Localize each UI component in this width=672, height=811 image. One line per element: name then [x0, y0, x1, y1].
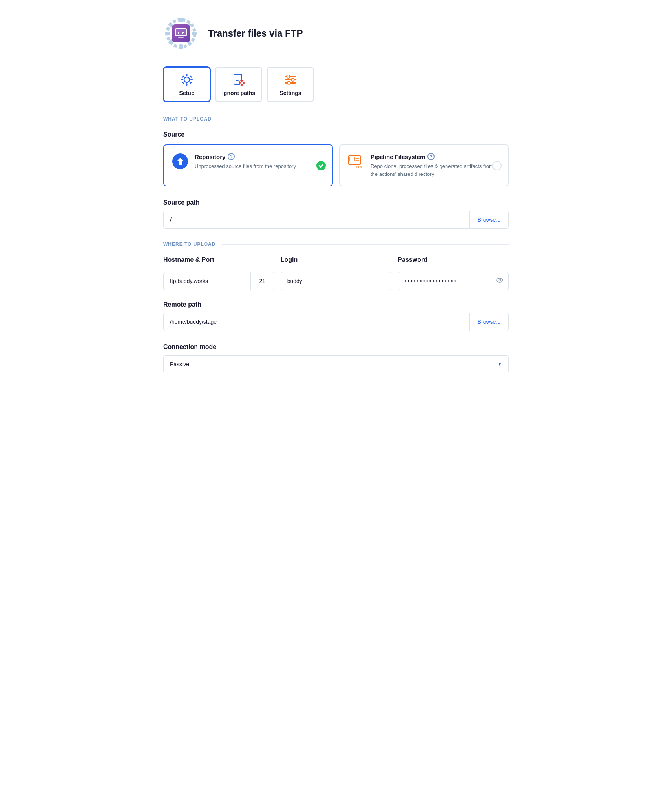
source-path-browse-button[interactable]: Browse... [469, 211, 508, 228]
svg-text:PFS: PFS [356, 166, 362, 168]
where-to-upload-label: WHERE TO UPLOAD [163, 241, 215, 247]
what-to-upload-label: WHAT TO UPLOAD [163, 116, 212, 122]
hostname-label: Hostname & Port [163, 256, 274, 263]
ignore-paths-tab-icon [232, 73, 246, 87]
repository-help-icon[interactable]: ? [228, 153, 235, 160]
connection-mode-label: Connection mode [163, 343, 509, 351]
login-label: Login [281, 256, 392, 263]
password-group: Password [398, 256, 509, 290]
divider-line-1 [218, 119, 509, 119]
tab-settings-label: Settings [279, 90, 301, 96]
svg-rect-24 [236, 80, 239, 81]
svg-point-44 [499, 279, 501, 281]
pipeline-filesystem-card-title: Pipeline Filesystem [371, 153, 425, 160]
svg-point-32 [291, 78, 294, 81]
password-label: Password [398, 256, 509, 263]
source-path-input[interactable] [164, 211, 469, 228]
svg-rect-2 [165, 32, 170, 35]
divider-line-2 [222, 244, 509, 245]
where-to-upload-divider: WHERE TO UPLOAD [163, 241, 509, 247]
svg-rect-1 [179, 44, 183, 49]
credentials-row: Hostname & Port Login Password [163, 256, 509, 290]
svg-rect-14 [186, 83, 188, 86]
remote-path-section: Remote path Browse... [163, 301, 509, 331]
svg-point-12 [184, 77, 190, 82]
tab-bar: Setup Ignore paths [163, 67, 509, 102]
source-path-section: Source path Browse... [163, 199, 509, 229]
connection-mode-select[interactable]: Passive Active [164, 356, 508, 373]
page-header: FTP Transfer files via FTP [163, 16, 509, 51]
source-title: Source [163, 131, 509, 138]
svg-rect-3 [192, 32, 197, 35]
pipeline-filesystem-icon: PFS [348, 153, 364, 170]
password-input[interactable] [398, 272, 509, 290]
remote-path-input-row: Browse... [163, 313, 509, 331]
connection-mode-select-wrap: Passive Active ▼ [163, 355, 509, 373]
page-title: Transfer files via FTP [208, 28, 303, 39]
pipeline-filesystem-check-circle [492, 161, 502, 170]
svg-rect-37 [350, 157, 354, 161]
source-path-label: Source path [163, 199, 509, 206]
source-card-pipeline-filesystem[interactable]: PFS Pipeline Filesystem ? Repo clone, pr… [339, 144, 509, 186]
repository-check-circle [316, 161, 326, 170]
svg-point-33 [287, 81, 290, 84]
pipeline-filesystem-check [492, 161, 502, 170]
svg-rect-23 [236, 79, 240, 79]
app-icon: FTP [163, 16, 199, 51]
ftp-icon: FTP [172, 24, 190, 42]
hostname-input-row [163, 272, 274, 290]
pipeline-filesystem-help-icon[interactable]: ? [427, 153, 435, 160]
port-input[interactable] [250, 272, 274, 290]
svg-rect-19 [190, 75, 192, 78]
repository-card-title: Repository [195, 153, 225, 160]
hostname-input[interactable] [164, 272, 250, 290]
tab-setup-label: Setup [179, 90, 195, 96]
svg-rect-18 [182, 82, 184, 84]
svg-rect-20 [190, 82, 192, 84]
source-cards: Repository ? Unprocessed source files fr… [163, 144, 509, 186]
source-path-input-row: Browse... [163, 211, 509, 229]
svg-point-31 [287, 75, 290, 78]
svg-rect-11 [178, 37, 184, 38]
login-group: Login [281, 256, 392, 290]
remote-path-input[interactable] [164, 313, 469, 331]
svg-text:FTP: FTP [178, 31, 184, 35]
tab-ignore-paths-label: Ignore paths [222, 90, 255, 96]
repository-icon [172, 153, 188, 170]
connection-mode-section: Connection mode Passive Active ▼ [163, 343, 509, 373]
settings-tab-icon [283, 73, 298, 87]
remote-path-browse-button[interactable]: Browse... [469, 313, 508, 331]
svg-rect-16 [190, 79, 193, 80]
repository-card-body: Repository ? Unprocessed source files fr… [195, 153, 324, 170]
password-visibility-toggle-icon[interactable] [496, 277, 503, 285]
svg-rect-17 [182, 75, 184, 78]
svg-rect-15 [181, 79, 183, 80]
tab-ignore-paths[interactable]: Ignore paths [215, 67, 262, 102]
password-wrap [398, 272, 509, 290]
source-card-repository[interactable]: Repository ? Unprocessed source files fr… [163, 144, 333, 186]
svg-rect-22 [236, 77, 240, 77]
repository-card-desc: Unprocessed source files from the reposi… [195, 163, 324, 170]
pipeline-filesystem-card-body: Pipeline Filesystem ? Repo clone, proces… [371, 153, 500, 178]
what-to-upload-divider: WHAT TO UPLOAD [163, 116, 509, 122]
tab-setup[interactable]: Setup [163, 67, 210, 102]
repository-check [316, 161, 326, 170]
pipeline-filesystem-card-desc: Repo clone, processed files & generated … [371, 163, 500, 178]
svg-rect-13 [186, 74, 188, 76]
setup-tab-icon [180, 73, 194, 87]
hostname-group: Hostname & Port [163, 256, 274, 290]
tab-settings[interactable]: Settings [267, 67, 314, 102]
svg-point-43 [497, 278, 503, 282]
login-input[interactable] [281, 272, 392, 290]
svg-rect-0 [179, 18, 183, 22]
remote-path-label: Remote path [163, 301, 509, 308]
svg-rect-10 [179, 37, 183, 37]
svg-rect-41 [351, 164, 358, 165]
